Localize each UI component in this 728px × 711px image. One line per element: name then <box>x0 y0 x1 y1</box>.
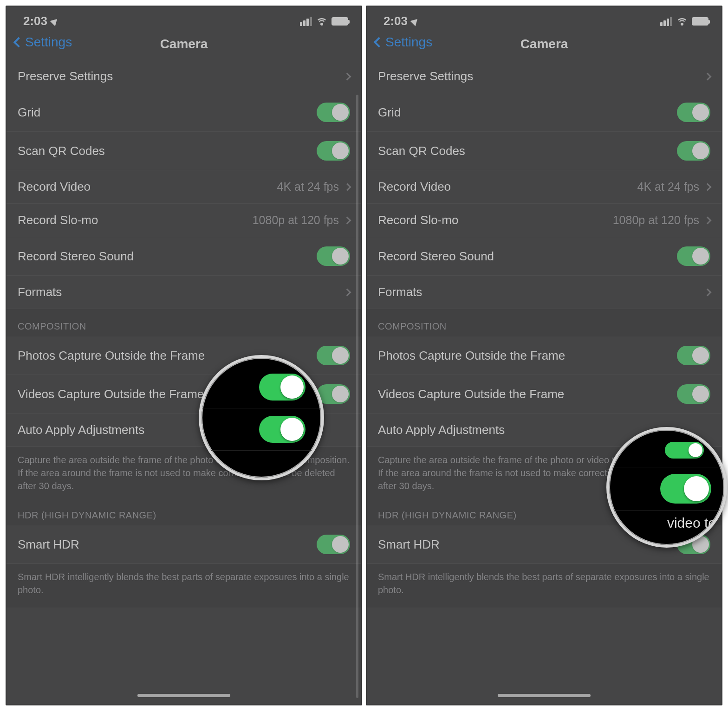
toggle-icon <box>259 374 306 401</box>
chevron-right-icon <box>704 288 712 296</box>
location-icon <box>410 16 420 26</box>
row-record-video[interactable]: Record Video 4K at 24 fps <box>6 170 361 204</box>
settings-list: Preserve Settings Grid Scan QR Codes Rec… <box>6 60 361 608</box>
cellular-icon <box>300 17 312 26</box>
row-videos-outside-frame[interactable]: Videos Capture Outside the Frame <box>367 375 722 414</box>
toggle-stereo[interactable] <box>317 246 350 266</box>
toggle-stereo[interactable] <box>677 246 710 266</box>
row-photos-outside-frame[interactable]: Photos Capture Outside the Frame <box>367 336 722 375</box>
row-record-slomo[interactable]: Record Slo-mo 1080p at 120 fps <box>367 204 722 237</box>
nav-bar: Settings Camera <box>367 31 722 60</box>
toggle-grid[interactable] <box>677 103 710 122</box>
back-label: Settings <box>25 35 72 50</box>
nav-bar: Settings Camera <box>6 31 361 60</box>
chevron-right-icon <box>344 288 351 296</box>
toggle-qr[interactable] <box>317 141 350 161</box>
row-smart-hdr[interactable]: Smart HDR <box>6 525 361 564</box>
row-record-video[interactable]: Record Video 4K at 24 fps <box>367 170 722 204</box>
chevron-right-icon <box>344 183 351 191</box>
chevron-left-icon <box>13 37 24 48</box>
battery-icon <box>332 17 348 26</box>
magnifier-text: video to <box>609 511 724 536</box>
wifi-icon <box>317 16 327 26</box>
section-header-hdr: HDR (HIGH DYNAMIC RANGE) <box>6 504 361 525</box>
row-grid[interactable]: Grid <box>6 93 361 132</box>
back-button[interactable]: Settings <box>15 35 72 50</box>
toggle-icon <box>665 442 704 459</box>
magnifier-callout-left <box>199 355 324 480</box>
back-button[interactable]: Settings <box>375 35 432 50</box>
screenshot-right: 2:03 Settings Camera Preserve Settings G… <box>366 6 722 705</box>
row-preserve-settings[interactable]: Preserve Settings <box>6 60 361 93</box>
status-time: 2:03 <box>23 14 47 28</box>
toggle-icon <box>259 416 306 443</box>
toggle-smart-hdr[interactable] <box>317 535 350 554</box>
row-stereo-sound[interactable]: Record Stereo Sound <box>6 237 361 276</box>
row-stereo-sound[interactable]: Record Stereo Sound <box>367 237 722 276</box>
section-footer-hdr: Smart HDR intelligently blends the best … <box>6 564 361 608</box>
toggle-icon <box>660 474 711 504</box>
status-bar: 2:03 <box>6 6 361 31</box>
toggle-grid[interactable] <box>317 103 350 122</box>
row-formats[interactable]: Formats <box>367 276 722 309</box>
home-indicator[interactable] <box>137 694 230 697</box>
chevron-right-icon <box>704 216 712 224</box>
chevron-right-icon <box>704 72 712 80</box>
row-record-slomo[interactable]: Record Slo-mo 1080p at 120 fps <box>6 204 361 237</box>
row-scan-qr[interactable]: Scan QR Codes <box>367 132 722 170</box>
toggle-photos-outside[interactable] <box>677 346 710 365</box>
row-photos-outside-frame[interactable]: Photos Capture Outside the Frame <box>6 336 361 375</box>
magnifier-callout-right: video to <box>606 427 727 548</box>
status-time: 2:03 <box>384 14 408 28</box>
section-header-composition: COMPOSITION <box>367 309 722 336</box>
row-grid[interactable]: Grid <box>367 93 722 132</box>
section-header-composition: COMPOSITION <box>6 309 361 336</box>
home-indicator[interactable] <box>498 694 591 697</box>
status-bar: 2:03 <box>367 6 722 31</box>
cellular-icon <box>660 17 672 26</box>
toggle-videos-outside[interactable] <box>677 384 710 404</box>
row-formats[interactable]: Formats <box>6 276 361 309</box>
battery-icon <box>692 17 708 26</box>
screenshot-left: 2:03 Settings Camera Preserve Settings G… <box>6 6 362 705</box>
location-icon <box>50 16 59 26</box>
chevron-right-icon <box>704 183 712 191</box>
row-preserve-settings[interactable]: Preserve Settings <box>367 60 722 93</box>
toggle-photos-outside[interactable] <box>317 346 350 365</box>
toggle-qr[interactable] <box>677 141 710 161</box>
page-title: Camera <box>160 37 208 52</box>
chevron-right-icon <box>344 216 351 224</box>
back-label: Settings <box>385 35 432 50</box>
scrollbar[interactable] <box>356 95 358 698</box>
section-footer-hdr: Smart HDR intelligently blends the best … <box>367 564 722 608</box>
wifi-icon <box>677 16 687 26</box>
chevron-left-icon <box>374 37 384 48</box>
chevron-right-icon <box>344 72 351 80</box>
page-title: Camera <box>520 37 568 52</box>
row-scan-qr[interactable]: Scan QR Codes <box>6 132 361 170</box>
